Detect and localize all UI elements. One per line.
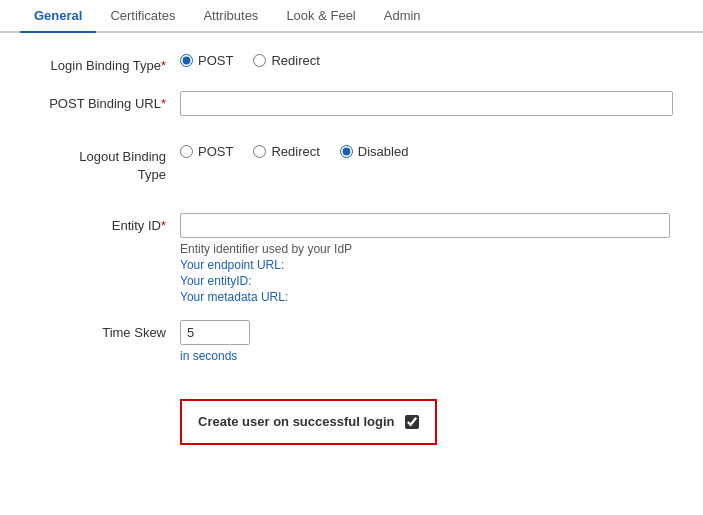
logout-post-option[interactable]: POST bbox=[180, 144, 233, 159]
login-redirect-label: Redirect bbox=[271, 53, 319, 68]
entity-id-url-label: Your entityID: bbox=[180, 274, 673, 288]
logout-redirect-radio[interactable] bbox=[253, 145, 266, 158]
create-user-label: Create user on successful login bbox=[198, 413, 395, 431]
logout-binding-type-row: Logout BindingType POST Redirect Disable… bbox=[30, 144, 673, 184]
tab-bar: General Certificates Attributes Look & F… bbox=[0, 0, 703, 33]
logout-redirect-label: Redirect bbox=[271, 144, 319, 159]
time-skew-label: Time Skew bbox=[30, 320, 180, 342]
form-content: Login Binding Type* POST Redirect POST B… bbox=[0, 33, 703, 465]
logout-post-label: POST bbox=[198, 144, 233, 159]
logout-disabled-label: Disabled bbox=[358, 144, 409, 159]
tab-admin[interactable]: Admin bbox=[370, 0, 435, 33]
post-binding-url-field-group bbox=[180, 91, 673, 116]
post-binding-url-input[interactable] bbox=[180, 91, 673, 116]
login-post-option[interactable]: POST bbox=[180, 53, 233, 68]
tab-attributes[interactable]: Attributes bbox=[189, 0, 272, 33]
entity-id-help-text: Entity identifier used by your IdP bbox=[180, 242, 673, 256]
create-user-checkbox[interactable] bbox=[405, 415, 419, 429]
logout-disabled-radio[interactable] bbox=[340, 145, 353, 158]
login-redirect-radio[interactable] bbox=[253, 54, 266, 67]
entity-id-row: Entity ID* Entity identifier used by you… bbox=[30, 213, 673, 304]
create-user-box: Create user on successful login bbox=[180, 399, 437, 445]
time-skew-input[interactable] bbox=[180, 320, 250, 345]
endpoint-url-label: Your endpoint URL: bbox=[180, 258, 673, 272]
logout-disabled-option[interactable]: Disabled bbox=[340, 144, 409, 159]
entity-id-label: Entity ID* bbox=[30, 213, 180, 235]
logout-redirect-option[interactable]: Redirect bbox=[253, 144, 319, 159]
metadata-url-label: Your metadata URL: bbox=[180, 290, 673, 304]
entity-id-field-group: Entity identifier used by your IdP Your … bbox=[180, 213, 673, 304]
tab-certificates[interactable]: Certificates bbox=[96, 0, 189, 33]
login-post-radio[interactable] bbox=[180, 54, 193, 67]
login-redirect-option[interactable]: Redirect bbox=[253, 53, 319, 68]
post-binding-url-label: POST Binding URL* bbox=[30, 91, 180, 113]
tab-look-feel[interactable]: Look & Feel bbox=[272, 0, 369, 33]
login-binding-type-options: POST Redirect bbox=[180, 53, 673, 68]
time-skew-field-group: in seconds bbox=[180, 320, 673, 363]
logout-post-radio[interactable] bbox=[180, 145, 193, 158]
tab-general[interactable]: General bbox=[20, 0, 96, 33]
entity-id-input[interactable] bbox=[180, 213, 670, 238]
post-binding-url-row: POST Binding URL* bbox=[30, 91, 673, 116]
login-binding-type-row: Login Binding Type* POST Redirect bbox=[30, 53, 673, 75]
logout-binding-type-options: POST Redirect Disabled bbox=[180, 144, 673, 159]
time-skew-row: Time Skew in seconds bbox=[30, 320, 673, 363]
login-post-label: POST bbox=[198, 53, 233, 68]
time-skew-unit: in seconds bbox=[180, 349, 673, 363]
logout-binding-type-label: Logout BindingType bbox=[30, 144, 180, 184]
login-binding-type-label: Login Binding Type* bbox=[30, 53, 180, 75]
